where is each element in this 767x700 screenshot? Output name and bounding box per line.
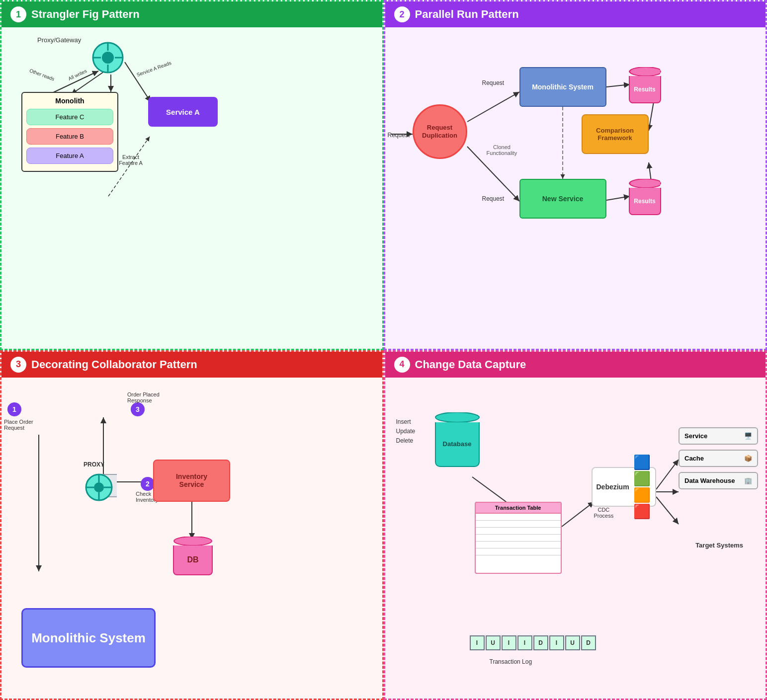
debezium-label: Debezium <box>597 483 629 491</box>
panel-2-header: 2 Parallel Run Pattern <box>385 1 766 27</box>
gateway-icon <box>90 40 126 78</box>
transaction-table-header: Transaction Table <box>476 503 561 514</box>
step-1-label: Place OrderRequest <box>4 419 34 431</box>
panel-3-number: 3 <box>10 357 26 373</box>
log-cell-i2: I <box>502 635 516 650</box>
iud-label: InsertUpdateDelete <box>396 417 416 446</box>
svg-point-6 <box>102 52 114 64</box>
log-cell-u1: U <box>486 635 501 650</box>
svg-line-37 <box>656 497 679 524</box>
cloned-label: ClonedFunctionality <box>480 144 524 156</box>
log-cell-d1: D <box>533 635 548 650</box>
step-3-label: Order PlacedResponse <box>127 391 172 403</box>
panel-2-title: Parallel Run Pattern <box>415 8 519 21</box>
service-label: Service <box>684 432 707 440</box>
target-systems: Service 🖥️ Cache 📦 Data Warehouse 🏢 <box>679 427 758 494</box>
extract-label: ExtractFeature A <box>111 154 151 166</box>
panel-1-arrows <box>1 27 382 348</box>
monolith-box: Monolith Feature C Feature B Feature A <box>21 92 118 172</box>
database-label: Database <box>435 422 480 467</box>
cache-label: Cache <box>684 455 704 462</box>
step-3-circle: 3 <box>131 402 145 416</box>
db-cylinder: DB <box>173 537 213 575</box>
svg-point-20 <box>630 179 660 188</box>
debezium-icon: 🟦🟩🟧🟥 <box>633 454 651 520</box>
svg-line-34 <box>562 502 594 527</box>
panel-3-header: 3 Decorating Collaborator Pattern <box>1 352 382 378</box>
panel-1-number: 1 <box>10 6 26 22</box>
svg-line-16 <box>649 102 654 131</box>
panel-3-content: 1 3 2 Place OrderRequest Order PlacedRes… <box>1 378 382 698</box>
svg-line-12 <box>467 92 519 122</box>
svg-line-15 <box>606 196 630 200</box>
monolith-title: Monolith <box>26 97 113 105</box>
main-grid: 1 Strangler Fig Pattern <box>0 0 767 700</box>
log-cell-i1: I <box>470 635 485 650</box>
service-a-box: Service A <box>148 97 218 127</box>
panel-cdc: 4 Change Data Capture InsertUp <box>384 350 767 700</box>
results-bot-cylinder: Results <box>629 179 661 215</box>
step-2-circle: 2 <box>141 477 155 491</box>
comparison-framework-box: ComparisonFramework <box>582 114 649 154</box>
proxy-text: PROXY <box>84 461 104 468</box>
transaction-log: I U I I D I U D <box>470 635 596 650</box>
monolithic-system-box: Monolithic System <box>519 67 606 107</box>
log-cell-i4: I <box>549 635 564 650</box>
svg-line-35 <box>656 460 679 489</box>
svg-point-27 <box>94 482 104 492</box>
panel-1-title: Strangler Fig Pattern <box>31 8 140 21</box>
warehouse-target-box: Data Warehouse 🏢 <box>679 472 758 489</box>
svg-point-19 <box>630 67 660 76</box>
log-cell-i3: I <box>517 635 532 650</box>
database-cylinder: Database <box>435 412 480 467</box>
log-cell-d2: D <box>581 635 596 650</box>
panel-decorating-collaborator: 3 Decorating Collaborator Pattern <box>0 350 384 700</box>
proxy-label: Proxy/Gateway <box>37 36 81 44</box>
arrow-reads-label: Other reads <box>29 68 55 81</box>
request-top-label: Request <box>482 79 505 86</box>
transaction-table-box: Transaction Table <box>475 502 562 574</box>
service-icon: 🖥️ <box>744 432 752 440</box>
panel-1-header: 1 Strangler Fig Pattern <box>1 1 382 27</box>
request-main-label: Request <box>388 132 410 139</box>
step-1-circle: 1 <box>7 402 21 416</box>
db-label: DB <box>173 545 213 575</box>
target-systems-label: Target Systems <box>695 542 743 549</box>
results-top-cylinder: Results <box>629 67 661 103</box>
request-duplication-circle: RequestDuplication <box>413 104 467 159</box>
service-target-box: Service 🖥️ <box>679 427 758 445</box>
panel-4-number: 4 <box>394 357 410 373</box>
panel-4-header: 4 Change Data Capture <box>385 352 766 378</box>
feature-b-box: Feature B <box>26 128 113 145</box>
request-bot-label: Request <box>482 195 505 202</box>
warehouse-label: Data Warehouse <box>684 477 735 484</box>
log-cell-u2: U <box>565 635 580 650</box>
cache-icon: 📦 <box>744 455 752 462</box>
cache-target-box: Cache 📦 <box>679 450 758 467</box>
panel-2-content: RequestDuplication Monolithic System New… <box>385 27 766 348</box>
svg-line-14 <box>606 84 630 87</box>
monolithic-system-large: Monolithic System <box>21 608 156 668</box>
cdc-process-label: CDCProcess <box>594 507 614 519</box>
transaction-log-label: Transaction Log <box>490 658 532 665</box>
arrow-writes-label: All writes <box>68 68 88 81</box>
debezium-box: Debezium 🟦🟩🟧🟥 <box>592 467 656 507</box>
panel-2-number: 2 <box>394 6 410 22</box>
svg-point-32 <box>174 537 212 545</box>
panel-1-content: Proxy/Gateway Other reads All writes Ser… <box>1 27 382 348</box>
panel-strangler-fig: 1 Strangler Fig Pattern <box>0 0 384 350</box>
arrow-service-reads-label: Service A Reads <box>136 60 172 78</box>
inventory-service-box: InventoryService <box>153 460 230 502</box>
feature-c-box: Feature C <box>26 109 113 125</box>
panel-parallel-run: 2 Parallel Run Pattern <box>384 0 767 350</box>
svg-point-38 <box>435 412 479 422</box>
new-service-box: New Service <box>519 179 606 219</box>
panel-4-title: Change Data Capture <box>415 358 526 371</box>
warehouse-icon: 🏢 <box>744 477 752 484</box>
feature-a-box: Feature A <box>26 148 113 164</box>
proxy-circle <box>81 469 117 507</box>
panel-4-content: InsertUpdateDelete Database Transaction … <box>385 378 766 698</box>
panel-3-title: Decorating Collaborator Pattern <box>31 358 197 371</box>
